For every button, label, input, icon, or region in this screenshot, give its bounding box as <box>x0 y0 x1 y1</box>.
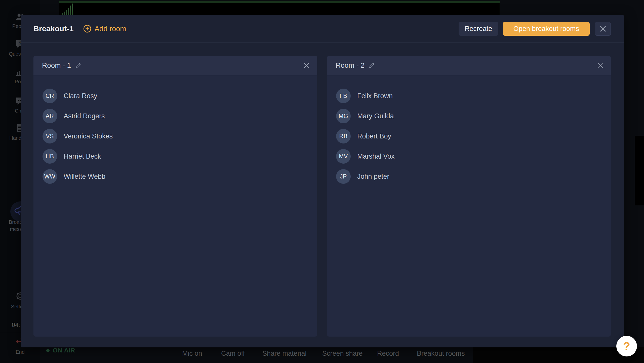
plus-circle-icon <box>83 25 91 33</box>
member-name: John peter <box>357 173 389 180</box>
room-header: Room - 1 <box>33 56 317 75</box>
avatar: AR <box>43 109 57 123</box>
delete-room-button[interactable] <box>304 62 310 68</box>
modal-title: Breakout-1 <box>33 24 74 33</box>
avatar: MV <box>336 149 351 164</box>
edit-room-name-button[interactable] <box>369 62 375 69</box>
member-row[interactable]: FB Felix Brown <box>336 86 611 106</box>
room-member-list: CR Clara Rosy AR Astrid Rogers VS Veroni… <box>33 75 317 337</box>
avatar: HB <box>43 149 57 164</box>
avatar: JP <box>336 169 351 184</box>
member-row[interactable]: JP John peter <box>336 166 611 187</box>
close-icon <box>597 62 603 68</box>
member-row[interactable]: MV Marshal Vox <box>336 146 611 166</box>
avatar: MG <box>336 109 351 123</box>
room-title: Room - 1 <box>42 61 71 69</box>
member-row[interactable]: VS Veronica Stokes <box>43 126 317 146</box>
edit-room-name-button[interactable] <box>75 62 82 69</box>
modal-header: Breakout-1 Add room Recreate Open breako… <box>21 15 624 43</box>
avatar: FB <box>336 89 351 103</box>
member-name: Harriet Beck <box>64 153 101 160</box>
member-name: Marshal Vox <box>357 153 395 160</box>
avatar: CR <box>43 89 57 103</box>
delete-room-button[interactable] <box>597 62 603 68</box>
member-name: Willette Webb <box>64 173 105 180</box>
recreate-button[interactable]: Recreate <box>459 22 498 36</box>
breakout-rooms-modal: Breakout-1 Add room Recreate Open breako… <box>21 15 624 347</box>
member-row[interactable]: AR Astrid Rogers <box>43 106 317 126</box>
room-panel-1: Room - 1 CR Clara Rosy AR Astri <box>33 56 317 337</box>
member-row[interactable]: RB Robert Boy <box>336 126 611 146</box>
member-row[interactable]: WW Willette Webb <box>43 166 317 187</box>
close-icon <box>304 62 310 68</box>
member-row[interactable]: MG Mary Guilda <box>336 106 611 126</box>
close-icon <box>600 25 606 32</box>
room-member-list: FB Felix Brown MG Mary Guilda RB Robert … <box>327 75 611 337</box>
add-room-label: Add room <box>95 25 126 33</box>
avatar: VS <box>43 129 57 143</box>
pencil-icon <box>369 62 375 69</box>
pencil-icon <box>75 62 82 69</box>
member-name: Veronica Stokes <box>64 132 113 140</box>
member-row[interactable]: HB Harriet Beck <box>43 146 317 166</box>
modal-close-button[interactable] <box>595 22 611 36</box>
room-title: Room - 2 <box>336 61 365 69</box>
open-breakout-rooms-button[interactable]: Open breakout rooms <box>503 22 590 36</box>
add-room-button[interactable]: Add room <box>83 25 126 33</box>
room-header: Room - 2 <box>327 56 611 75</box>
member-name: Clara Rosy <box>64 92 97 100</box>
meeting-app-screen: People ? Questions Polls Chat Handouts B… <box>0 0 644 363</box>
avatar: WW <box>43 169 57 184</box>
member-row[interactable]: CR Clara Rosy <box>43 86 317 106</box>
modal-body: Room - 1 CR Clara Rosy AR Astri <box>21 43 624 347</box>
member-name: Robert Boy <box>357 132 391 140</box>
avatar: RB <box>336 129 351 143</box>
room-panel-2: Room - 2 FB Felix Brown MG Mary <box>327 56 611 337</box>
member-name: Felix Brown <box>357 92 393 100</box>
help-button[interactable]: ? <box>616 336 637 356</box>
member-name: Mary Guilda <box>357 112 394 120</box>
member-name: Astrid Rogers <box>64 112 105 120</box>
